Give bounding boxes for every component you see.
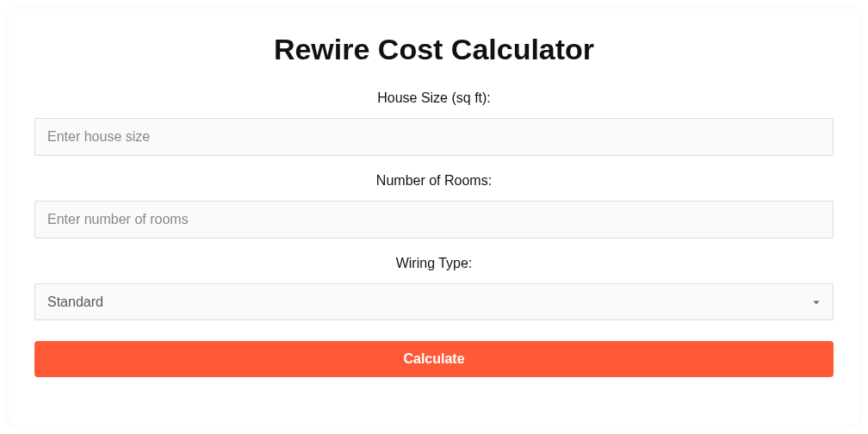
house-size-input[interactable] [34, 118, 834, 156]
calculate-button[interactable]: Calculate [34, 341, 834, 377]
house-size-label: House Size (sq ft): [34, 90, 834, 106]
num-rooms-label: Number of Rooms: [34, 173, 834, 189]
calculator-card: Rewire Cost Calculator House Size (sq ft… [9, 9, 859, 425]
wiring-type-label: Wiring Type: [34, 256, 834, 271]
num-rooms-group: Number of Rooms: [34, 173, 834, 239]
wiring-type-group: Wiring Type: Standard [34, 256, 834, 320]
num-rooms-input[interactable] [34, 201, 834, 239]
wiring-type-select[interactable]: Standard [34, 283, 834, 320]
house-size-group: House Size (sq ft): [34, 90, 834, 156]
page-title: Rewire Cost Calculator [34, 33, 834, 66]
